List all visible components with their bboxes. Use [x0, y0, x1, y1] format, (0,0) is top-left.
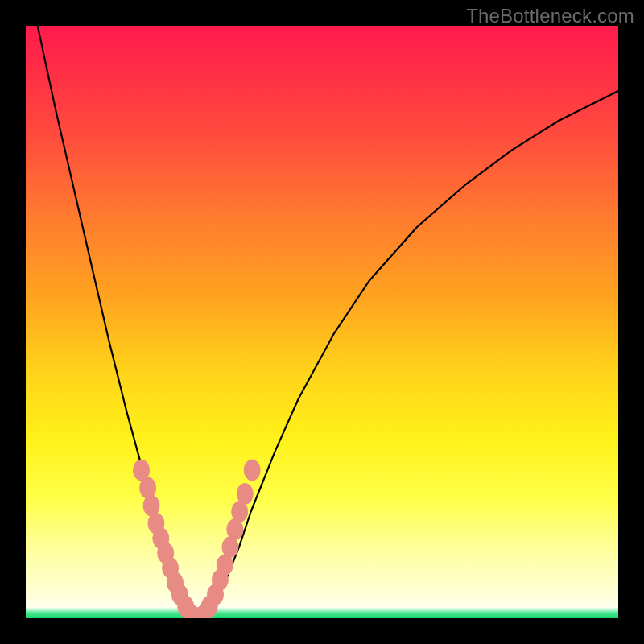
highlight-dot	[237, 483, 253, 504]
highlight-dot	[244, 460, 260, 481]
watermark-text: TheBottleneck.com	[466, 5, 634, 27]
curve-svg	[26, 26, 618, 618]
plot-area	[26, 26, 618, 618]
chart-frame: TheBottleneck.com	[0, 0, 644, 644]
bottleneck-curve	[38, 26, 618, 618]
